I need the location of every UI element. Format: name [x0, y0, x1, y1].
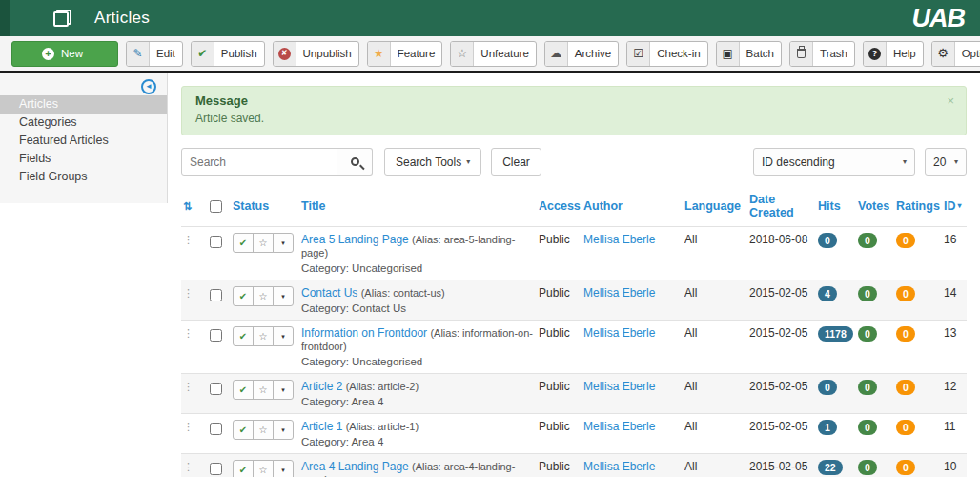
col-header-status[interactable]: Status: [231, 187, 299, 227]
trash-button[interactable]: Trash: [789, 41, 855, 67]
publish-toggle-button[interactable]: ✔: [233, 326, 254, 346]
search-tools-button[interactable]: Search Tools ▾: [384, 148, 481, 176]
col-header-id[interactable]: ID▾: [942, 187, 967, 227]
votes-badge: 0: [858, 286, 877, 301]
chevron-down-icon: ▾: [897, 157, 907, 166]
publish-toggle-button[interactable]: ✔: [233, 460, 254, 477]
toolbar-icon-cell: [790, 42, 813, 66]
publish-toggle-button[interactable]: ✔: [233, 380, 254, 400]
feature-toggle-button[interactable]: ☆: [253, 460, 274, 477]
col-header-votes[interactable]: Votes: [856, 187, 894, 227]
col-header-hits[interactable]: Hits: [816, 187, 856, 227]
select-all-checkbox[interactable]: [210, 200, 222, 213]
row-checkbox[interactable]: [210, 236, 222, 248]
sort-select[interactable]: ID descending ▾: [753, 148, 915, 176]
article-title-link[interactable]: Area 4 Landing Page: [301, 460, 409, 473]
row-checkbox[interactable]: [210, 463, 222, 475]
uab-logo: UAB: [912, 4, 966, 33]
toolbar-button-label: Feature: [391, 48, 442, 59]
article-title-link[interactable]: Article 2: [301, 380, 342, 393]
feature-toggle-button[interactable]: ☆: [253, 380, 274, 400]
publish-toggle-button[interactable]: ✔: [233, 420, 254, 440]
unpublish-button[interactable]: ✘ Unpublish: [273, 41, 359, 67]
new-button[interactable]: + New: [11, 41, 118, 67]
ratings-badge: 0: [896, 233, 915, 248]
search-icon: [351, 157, 359, 166]
author-link[interactable]: Mellisa Eberle: [583, 420, 655, 433]
author-link[interactable]: Mellisa Eberle: [583, 233, 655, 246]
drag-handle-icon[interactable]: ⋮: [183, 234, 194, 245]
row-checkbox[interactable]: [210, 383, 222, 395]
col-header-title[interactable]: Title: [299, 187, 537, 227]
help-button[interactable]: ? Help: [863, 41, 924, 67]
collapse-sidebar-button[interactable]: ◄: [141, 79, 156, 94]
search-input[interactable]: [181, 148, 337, 176]
feature-button[interactable]: ★ Feature: [367, 41, 443, 67]
sidebar-item-label: Featured Articles: [19, 134, 109, 147]
article-title-link[interactable]: Area 5 Landing Page: [301, 233, 409, 246]
votes-badge: 0: [858, 326, 877, 342]
id-cell: 16: [942, 227, 967, 280]
sidebar-item-label: Articles: [19, 97, 58, 111]
publish-button[interactable]: ✔ Publish: [191, 41, 265, 67]
drag-handle-icon[interactable]: ⋮: [183, 461, 194, 472]
status-dropdown-button[interactable]: ▾: [273, 380, 294, 400]
author-link[interactable]: Mellisa Eberle: [583, 326, 655, 340]
article-title-link[interactable]: Information on Frontdoor: [301, 326, 427, 340]
batch-button[interactable]: ▣ Batch: [716, 41, 782, 67]
drag-handle-icon[interactable]: ⋮: [183, 287, 194, 299]
sidebar-item-label: Categories: [19, 115, 76, 129]
close-icon[interactable]: ×: [947, 93, 954, 108]
row-checkbox[interactable]: [210, 329, 222, 342]
author-link[interactable]: Mellisa Eberle: [583, 380, 655, 393]
feature-toggle-button[interactable]: ☆: [253, 326, 274, 346]
publish-toggle-button[interactable]: ✔: [233, 286, 254, 306]
sidebar-item-featured-articles[interactable]: Featured Articles: [0, 132, 167, 150]
col-header-access[interactable]: Access: [537, 187, 582, 227]
article-alias: (Alias: contact-us): [361, 287, 445, 299]
sidebar-item-articles[interactable]: Articles: [0, 95, 167, 114]
publish-toggle-button[interactable]: ✔: [233, 233, 254, 253]
row-checkbox[interactable]: [210, 289, 222, 301]
sidebar-item-categories[interactable]: Categories: [0, 114, 167, 132]
app-header: Articles UAB: [0, 0, 980, 36]
drag-handle-icon[interactable]: ⋮: [183, 327, 194, 339]
sidebar-item-field-groups[interactable]: Field Groups: [0, 168, 167, 186]
options-button[interactable]: ⚙ Options: [931, 41, 980, 67]
feature-toggle-button[interactable]: ☆: [253, 286, 274, 306]
access-cell: Public: [537, 454, 582, 477]
col-header-date-created[interactable]: Date Created: [747, 187, 816, 227]
unfeature-button[interactable]: ☆ Unfeature: [450, 41, 537, 67]
feature-toggle-button[interactable]: ☆: [253, 233, 274, 253]
trash-icon: [797, 49, 806, 58]
toolbar-right-group: ? Help ⚙ Options: [863, 41, 980, 67]
message-body: Article saved.: [195, 112, 952, 125]
status-dropdown-button[interactable]: ▾: [273, 420, 294, 440]
article-title-link[interactable]: Article 1: [301, 420, 342, 433]
drag-handle-icon[interactable]: ⋮: [183, 381, 194, 392]
status-dropdown-button[interactable]: ▾: [273, 460, 294, 477]
status-dropdown-button[interactable]: ▾: [273, 286, 294, 306]
status-dropdown-button[interactable]: ▾: [273, 233, 294, 253]
clear-button[interactable]: Clear: [491, 148, 541, 176]
row-checkbox[interactable]: [210, 423, 222, 435]
col-header-author[interactable]: Author: [582, 187, 683, 227]
author-link[interactable]: Mellisa Eberle: [583, 286, 655, 300]
edit-button[interactable]: ✎ Edit: [126, 41, 183, 67]
per-page-select[interactable]: 20 ▾: [925, 148, 967, 176]
col-header-language[interactable]: Language: [683, 187, 747, 227]
ratings-badge: 0: [896, 380, 915, 395]
drag-handle-icon[interactable]: ⋮: [183, 421, 194, 432]
archive-button[interactable]: ☁ Archive: [544, 41, 619, 67]
ordering-column-header[interactable]: ⇅: [181, 187, 208, 227]
article-title-link[interactable]: Contact Us: [301, 286, 357, 300]
date-created-cell: 2015-02-05: [747, 321, 816, 374]
status-dropdown-button[interactable]: ▾: [273, 326, 294, 346]
search-button[interactable]: [337, 148, 373, 176]
author-link[interactable]: Mellisa Eberle: [583, 460, 655, 473]
sidebar-item-fields[interactable]: Fields: [0, 150, 167, 168]
col-header-ratings[interactable]: Ratings: [894, 187, 942, 227]
chevron-down-icon: ▾: [466, 157, 470, 166]
feature-toggle-button[interactable]: ☆: [253, 420, 274, 440]
checkin-button[interactable]: ☑ Check-in: [626, 41, 707, 67]
